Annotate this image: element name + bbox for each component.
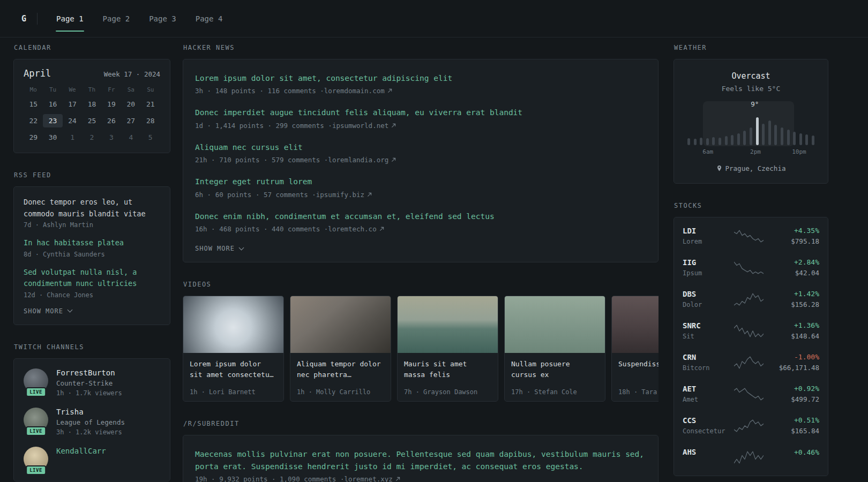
stock-price: $42.04 <box>768 269 819 277</box>
tab-page-3[interactable]: Page 3 <box>142 11 183 26</box>
calendar-day-header: Mo <box>24 86 43 94</box>
video-thumbnail[interactable] <box>183 296 283 353</box>
video-meta: 1h · Molly Carrillo <box>297 388 384 396</box>
hn-story-domain-link[interactable]: ipsumworld.net <box>332 122 396 130</box>
video-title[interactable]: Aliquam tempor dolor nec pharetra… <box>297 359 384 385</box>
twitch-channel[interactable]: LIVE ForrestBurton Counter-Strike 1h · 1… <box>24 368 160 397</box>
stock-row[interactable]: CRN Bitcorn -1.00% $66,171.48 <box>674 347 828 378</box>
calendar-day: 27 <box>121 114 140 127</box>
stock-row[interactable]: AET Amet +0.92% $499.72 <box>674 378 828 410</box>
stock-symbol: LDI <box>683 227 730 235</box>
stock-row[interactable]: AHS +0.46% <box>674 441 828 473</box>
video-body: Aliquam tempor dolor nec pharetra… 1h · … <box>290 353 391 401</box>
stock-quote: -1.00% $66,171.48 <box>768 353 819 372</box>
rss-item-meta: 8d · Cynthia Saunders <box>24 251 160 258</box>
page-tabs: Page 1 Page 2 Page 3 Page 4 <box>49 11 229 26</box>
hn-story-domain-link[interactable]: loremdomain.com <box>324 87 392 95</box>
app-logo[interactable]: G <box>21 14 26 24</box>
stock-identity: DBS Dolor <box>683 290 730 308</box>
stock-row[interactable]: IIG Ipsum +2.84% $42.04 <box>674 252 828 283</box>
stock-price: $499.72 <box>768 395 819 403</box>
weather-bar <box>743 131 746 145</box>
tab-page-2[interactable]: Page 2 <box>96 11 137 26</box>
hn-story-title[interactable]: Lorem ipsum dolor sit amet, consectetur … <box>195 72 646 84</box>
hn-story: Aliquam nec cursus elit 21h · 710 points… <box>195 141 646 164</box>
weather-time-label: 6am <box>702 148 713 155</box>
weather-feels-like: Feels like 5°C <box>684 85 818 93</box>
weather-bar <box>781 127 783 145</box>
channel-name[interactable]: KendallCarr <box>56 447 106 455</box>
rss-show-more-button[interactable]: SHOW MORE <box>24 307 72 315</box>
hackernews-card: Lorem ipsum dolor sit amet, consectetur … <box>183 59 659 262</box>
chevron-down-icon <box>239 245 244 250</box>
hn-show-more-button[interactable]: SHOW MORE <box>195 245 243 252</box>
weather-bar <box>787 130 790 145</box>
tab-page-4[interactable]: Page 4 <box>189 11 230 26</box>
external-link-icon <box>391 157 396 162</box>
channel-game[interactable]: League of Legends <box>56 418 125 426</box>
avatar-wrap: LIVE <box>24 408 48 432</box>
channel-game[interactable]: Counter-Strike <box>56 379 122 387</box>
video-meta: 17h · Stefan Cole <box>511 388 598 396</box>
external-link-icon <box>391 123 396 128</box>
hn-story-domain-link[interactable]: ipsumify.biz <box>316 191 372 199</box>
hn-story-title[interactable]: Aliquam nec cursus elit <box>195 141 646 153</box>
video-card[interactable]: Suspendisse diam 18h · Tara <box>611 296 659 402</box>
subreddit-post-title[interactable]: Maecenas mollis pulvinar erat non posuer… <box>195 448 646 472</box>
twitch-widget: TWITCH CHANNELS LIVE ForrestBurton Count… <box>13 343 170 481</box>
video-card[interactable]: Mauris sit amet massa felis 7h · Grayson… <box>397 296 498 402</box>
stock-row[interactable]: SNRC Sit +1.36% $148.64 <box>674 315 828 347</box>
stock-sparkline <box>734 229 764 244</box>
subreddit-post: Maecenas mollis pulvinar erat non posuer… <box>195 448 646 482</box>
video-title[interactable]: Nullam posuere cursus ex <box>511 359 598 385</box>
channel-name[interactable]: Trisha <box>56 408 125 416</box>
rss-item-title[interactable]: In hac habitasse platea <box>24 237 160 249</box>
calendar-day-header: We <box>63 86 82 94</box>
rss-item-title[interactable]: Sed volutpat nulla nisl, a condimentum n… <box>24 267 160 290</box>
stock-row[interactable]: CCS Consectetur +0.51% $165.84 <box>674 410 828 441</box>
video-thumbnail[interactable] <box>612 296 659 353</box>
weather-bar <box>700 138 702 145</box>
rss-item: Sed volutpat nulla nisl, a condimentum n… <box>24 267 160 299</box>
video-thumbnail[interactable] <box>290 296 391 353</box>
rss-item-title[interactable]: Donec tempor eros leo, ut commodo mauris… <box>24 197 160 220</box>
chevron-down-icon <box>68 307 73 313</box>
video-title[interactable]: Mauris sit amet massa felis <box>404 359 491 385</box>
subreddit-widget: /R/SUBREDDIT Maecenas mollis pulvinar er… <box>183 420 659 482</box>
video-card[interactable]: Aliquam tempor dolor nec pharetra… 1h · … <box>290 296 391 402</box>
hn-story-domain-link[interactable]: loremtech.co <box>328 225 384 233</box>
twitch-channel[interactable]: LIVE Trisha League of Legends 3h · 1.2k … <box>24 408 160 436</box>
tab-page-1[interactable]: Page 1 <box>49 11 91 26</box>
video-card[interactable]: Lorem ipsum dolor sit amet consectetu… 1… <box>183 296 284 402</box>
subreddit-post-meta: 19h · 9,932 points · 1,090 comments · lo… <box>195 475 646 482</box>
stock-name: Ipsum <box>683 269 730 277</box>
hn-story-title[interactable]: Donec imperdiet augue tincidunt felis al… <box>195 107 646 118</box>
weather-bar <box>725 136 728 145</box>
twitch-channel[interactable]: LIVE KendallCarr <box>24 447 160 471</box>
hn-story-title[interactable]: Integer eget rutrum lorem <box>195 176 646 187</box>
calendar-day-next-month: 3 <box>102 131 121 144</box>
video-thumbnail[interactable] <box>505 296 605 353</box>
video-thumbnail[interactable] <box>398 296 498 353</box>
weather-bar <box>737 133 740 145</box>
subreddit-post-domain-link[interactable]: loremnet.xyz <box>344 475 400 482</box>
weather-bar <box>799 133 802 145</box>
calendar-day-header: Su <box>141 86 160 94</box>
stock-row[interactable]: LDI Lorem +4.35% $795.18 <box>674 220 828 252</box>
stock-name <box>683 459 730 466</box>
live-badge: LIVE <box>26 387 46 397</box>
hn-story-domain-link[interactable]: loremlandia.org <box>328 156 396 164</box>
video-title[interactable]: Suspendisse diam <box>618 359 659 385</box>
channel-name[interactable]: ForrestBurton <box>56 368 122 377</box>
weather-card: Overcast Feels like 5°C 9° 6am 2pm 10pm … <box>674 59 828 184</box>
video-card[interactable]: Nullam posuere cursus ex 17h · Stefan Co… <box>504 296 605 402</box>
stock-identity: SNRC Sit <box>683 321 730 340</box>
rss-item: Donec tempor eros leo, ut commodo mauris… <box>24 197 160 229</box>
calendar-day: 24 <box>63 114 82 127</box>
video-title[interactable]: Lorem ipsum dolor sit amet consectetu… <box>190 359 277 385</box>
stock-change: +1.36% <box>768 321 819 329</box>
hn-story-title[interactable]: Donec enim nibh, condimentum et accumsan… <box>195 210 646 222</box>
stock-row[interactable]: DBS Dolor +1.42% $156.28 <box>674 283 828 315</box>
hn-story-domain: loremlandia.org <box>328 156 388 164</box>
calendar-day-next-month: 5 <box>141 131 160 144</box>
